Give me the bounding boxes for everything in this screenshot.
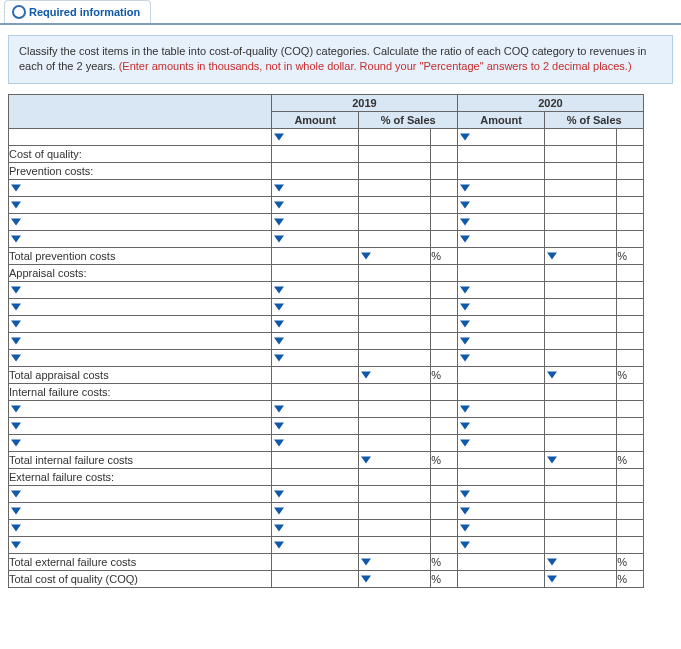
pct-2019-drop[interactable] [359,451,431,468]
amt-2019-total[interactable] [272,247,359,264]
pct-2019-drop[interactable] [359,366,431,383]
amt-2019-drop[interactable] [272,400,359,417]
amt-2019-total[interactable] [272,553,359,570]
pct-2019-input[interactable] [359,417,431,434]
pct-2019-input[interactable] [359,281,431,298]
prev-item-drop[interactable] [9,179,272,196]
pct-2020-input[interactable] [545,230,617,247]
intf-item-drop[interactable] [9,417,272,434]
amt-2019-drop[interactable] [272,434,359,451]
amt-2019-drop[interactable] [272,196,359,213]
amt-2020-drop[interactable] [457,298,544,315]
amt-2019-drop[interactable] [272,502,359,519]
amt-2020-drop[interactable] [457,536,544,553]
pct-2020-input[interactable] [545,128,617,145]
appr-item-drop[interactable] [9,315,272,332]
pct-2019-input[interactable] [359,383,431,400]
pct-2020-drop[interactable] [545,570,617,587]
amt-2019-drop[interactable] [272,485,359,502]
amt-2020-drop[interactable] [457,213,544,230]
amt-2019-drop[interactable] [272,536,359,553]
intf-item-drop[interactable] [9,434,272,451]
pct-2019-input[interactable] [359,298,431,315]
amt-2019-drop[interactable] [272,213,359,230]
amt-2019-drop[interactable] [272,332,359,349]
amt-2019-input[interactable] [272,383,359,400]
pct-2019-drop[interactable] [359,553,431,570]
amt-2020-total[interactable] [457,366,544,383]
amt-2020-drop[interactable] [457,230,544,247]
prev-item-drop[interactable] [9,230,272,247]
extf-item-drop[interactable] [9,485,272,502]
amt-2020-drop[interactable] [457,434,544,451]
amt-2020-input[interactable] [457,383,544,400]
amt-2019-drop[interactable] [272,179,359,196]
amt-2020-drop[interactable] [457,519,544,536]
pct-2020-input[interactable] [545,468,617,485]
amt-2020-drop[interactable] [457,332,544,349]
amt-2019-input[interactable] [272,468,359,485]
pct-2020-input[interactable] [545,485,617,502]
amt-2020-drop[interactable] [457,179,544,196]
pct-2019-input[interactable] [359,145,431,162]
pct-2020-input[interactable] [545,434,617,451]
pct-2020-input[interactable] [545,349,617,366]
amt-2019-drop[interactable] [272,128,359,145]
intf-item-drop[interactable] [9,400,272,417]
amt-2020-grand[interactable] [457,570,544,587]
pct-2019-input[interactable] [359,196,431,213]
pct-2020-input[interactable] [545,315,617,332]
pct-2019-input[interactable] [359,349,431,366]
amt-2019-drop[interactable] [272,298,359,315]
pct-2020-input[interactable] [545,502,617,519]
pct-2020-input[interactable] [545,332,617,349]
amt-2020-input[interactable] [457,264,544,281]
amt-2019-total[interactable] [272,366,359,383]
pct-2019-input[interactable] [359,485,431,502]
amt-2019-drop[interactable] [272,519,359,536]
pct-2019-drop[interactable] [359,247,431,264]
pct-2020-input[interactable] [545,213,617,230]
pct-2019-input[interactable] [359,213,431,230]
extf-item-drop[interactable] [9,502,272,519]
pct-2020-input[interactable] [545,196,617,213]
pct-2019-input[interactable] [359,400,431,417]
pct-2020-input[interactable] [545,145,617,162]
pct-2019-input[interactable] [359,230,431,247]
pct-2020-input[interactable] [545,383,617,400]
pct-2020-input[interactable] [545,179,617,196]
amt-2020-drop[interactable] [457,315,544,332]
extf-item-drop[interactable] [9,519,272,536]
pct-2020-drop[interactable] [545,451,617,468]
pct-2019-input[interactable] [359,519,431,536]
amt-2020-total[interactable] [457,247,544,264]
amt-2020-drop[interactable] [457,128,544,145]
pct-2020-input[interactable] [545,298,617,315]
pct-2020-input[interactable] [545,519,617,536]
extf-item-drop[interactable] [9,536,272,553]
amt-2020-drop[interactable] [457,196,544,213]
amt-2020-drop[interactable] [457,349,544,366]
amt-2019-drop[interactable] [272,281,359,298]
prev-item-drop[interactable] [9,213,272,230]
pct-2019-input[interactable] [359,315,431,332]
pct-2019-input[interactable] [359,468,431,485]
amt-2020-drop[interactable] [457,400,544,417]
appr-item-drop[interactable] [9,349,272,366]
pct-2019-input[interactable] [359,179,431,196]
pct-2020-input[interactable] [545,417,617,434]
amt-2019-input[interactable] [272,145,359,162]
pct-2019-input[interactable] [359,502,431,519]
amt-2019-grand[interactable] [272,570,359,587]
amt-2020-input[interactable] [457,162,544,179]
pct-2019-input[interactable] [359,162,431,179]
pct-2020-input[interactable] [545,264,617,281]
amt-2019-total[interactable] [272,451,359,468]
amt-2020-total[interactable] [457,451,544,468]
amt-2019-input[interactable] [272,162,359,179]
pct-2020-input[interactable] [545,400,617,417]
appr-item-drop[interactable] [9,332,272,349]
amt-2019-drop[interactable] [272,230,359,247]
pct-2020-drop[interactable] [545,553,617,570]
amt-2019-drop[interactable] [272,349,359,366]
